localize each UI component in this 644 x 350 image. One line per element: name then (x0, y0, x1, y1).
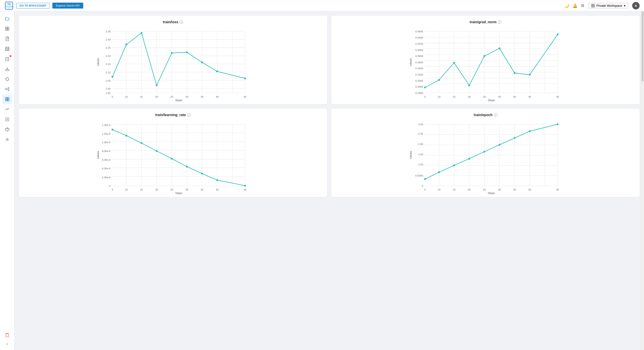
workspace-button[interactable]: Private Workspace ▾ (588, 3, 629, 9)
clipboard-icon (5, 57, 10, 61)
sidebar-item-deploy[interactable] (2, 64, 12, 74)
sidebar-item-settings[interactable] (2, 135, 12, 144)
sidebar-item-network[interactable] (2, 105, 12, 114)
svg-text:5: 5 (112, 188, 113, 191)
settings-icon[interactable]: ⚙ (581, 3, 584, 8)
genai-button[interactable]: Explore GenAI API (52, 3, 83, 8)
svg-point-104 (498, 48, 500, 50)
svg-point-23 (5, 89, 6, 90)
svg-point-191 (484, 151, 486, 153)
scrollbar-thumb[interactable] (642, 12, 644, 82)
svg-text:0.5000: 0.5000 (415, 174, 423, 177)
sidebar-item-pipeline[interactable] (2, 84, 12, 94)
svg-point-145 (126, 135, 128, 137)
training-icon (5, 97, 10, 102)
cube-icon (5, 127, 10, 132)
sidebar-item-dashboard[interactable] (2, 24, 12, 33)
svg-text:0.4400: 0.4400 (415, 36, 423, 39)
chart-title-loss: train/loss i (23, 20, 323, 24)
svg-text:45: 45 (556, 188, 559, 191)
scrollbar-track[interactable] (641, 12, 644, 350)
grid-lines (425, 124, 558, 186)
svg-point-190 (468, 158, 470, 160)
header: TIR AI PLATFORM GO TO MYACCOUNT Explore … (0, 0, 644, 12)
svg-rect-28 (6, 98, 7, 99)
sidebar-item-table[interactable] (2, 44, 12, 54)
dark-mode-icon[interactable]: 🌙 (564, 3, 569, 8)
svg-text:1.00e-5: 1.00e-5 (102, 141, 110, 144)
table-icon (5, 47, 10, 51)
x-label: 20 (155, 95, 158, 98)
svg-text:40: 40 (216, 188, 218, 191)
svg-point-188 (438, 171, 440, 173)
info-icon-grad[interactable]: i (498, 20, 502, 24)
svg-text:0.2600: 0.2600 (415, 92, 423, 94)
sidebar-item-folder[interactable] (2, 14, 12, 23)
folder-icon (5, 16, 10, 21)
svg-point-152 (244, 185, 246, 187)
chart-train-epoch: train/epoch i (332, 109, 640, 197)
loss-dot (156, 84, 158, 86)
svg-text:values: values (409, 58, 412, 66)
svg-text:0.4200: 0.4200 (415, 42, 423, 45)
svg-point-151 (216, 179, 218, 181)
myaccount-button[interactable]: GO TO MYACCOUNT (16, 3, 50, 8)
loss-chart-svg: 1.95 2.00 2.05 2.10 2.15 2.20 2.25 2.30 … (23, 27, 323, 101)
dashboard-icon (5, 26, 10, 31)
svg-text:0.3200: 0.3200 (415, 73, 423, 76)
svg-text:40: 40 (528, 188, 531, 191)
svg-rect-9 (8, 27, 9, 28)
sidebar-item-plugin[interactable] (2, 115, 12, 124)
svg-text:3.00: 3.00 (418, 123, 423, 126)
svg-text:0.2800: 0.2800 (415, 85, 423, 88)
svg-text:5: 5 (424, 188, 426, 191)
x-label: 5 (112, 95, 113, 98)
sidebar-item-training[interactable] (2, 94, 12, 104)
info-icon-loss[interactable]: i (180, 20, 183, 24)
sidebar-bottom: » (2, 330, 12, 348)
sidebar-item-refresh[interactable] (2, 74, 12, 84)
chart-title-lr: train/learning_rate i (23, 113, 323, 117)
svg-text:25: 25 (483, 95, 486, 98)
sidebar-delete-button[interactable] (2, 330, 12, 340)
svg-rect-31 (8, 100, 9, 101)
chart-train-learning-rate: train/learning_rate i (19, 109, 327, 197)
svg-rect-8 (6, 27, 7, 28)
svg-point-187 (424, 178, 426, 180)
chart-title-grad-norm: train/grad_norm i (336, 20, 635, 24)
refresh-icon (5, 77, 10, 81)
sidebar-item-badge[interactable] (2, 54, 12, 64)
sidebar-expand-button[interactable]: » (2, 340, 12, 348)
header-right: 🌙 🔔 ⚙ Private Workspace ▾ A (564, 2, 640, 10)
svg-text:0.3800: 0.3800 (415, 54, 423, 58)
svg-text:2.00e-6: 2.00e-6 (102, 176, 110, 179)
info-icon-lr[interactable]: i (187, 113, 190, 117)
y-label: 2.30 (106, 38, 110, 41)
y-label: 2.00 (106, 87, 110, 90)
svg-line-27 (6, 89, 8, 90)
x-label: 10 (125, 95, 128, 98)
loss-dot (201, 61, 203, 63)
svg-point-105 (514, 72, 516, 74)
lr-line (112, 130, 245, 186)
y-label: 2.25 (106, 46, 110, 49)
sidebar-item-3d[interactable] (2, 125, 12, 134)
avatar[interactable]: A (632, 2, 640, 10)
grid-lines (112, 124, 245, 186)
svg-rect-30 (6, 100, 7, 101)
svg-text:30: 30 (498, 188, 501, 191)
document-icon (5, 36, 9, 41)
svg-point-146 (141, 142, 142, 144)
y-label: 2.20 (106, 54, 110, 58)
sidebar-item-document[interactable] (2, 34, 12, 43)
info-icon-epoch[interactable]: i (494, 113, 498, 117)
grad-norm-line (425, 34, 558, 88)
svg-text:30: 30 (498, 95, 501, 98)
notification-badge (10, 55, 12, 57)
svg-point-102 (468, 84, 470, 86)
svg-point-189 (453, 164, 455, 166)
svg-text:35: 35 (201, 188, 204, 191)
svg-text:20: 20 (155, 188, 158, 191)
logo-icon: TIR AI PLATFORM (4, 1, 14, 10)
notification-icon[interactable]: 🔔 (572, 3, 578, 8)
